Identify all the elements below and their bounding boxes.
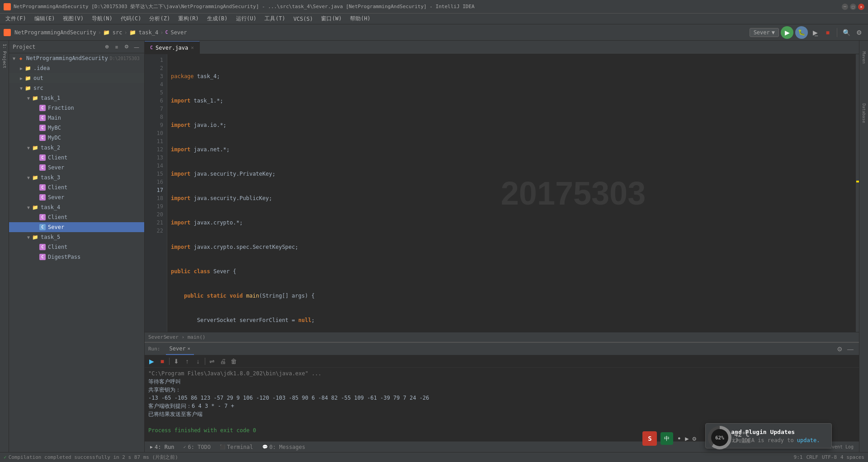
status-check-icon: ✓	[4, 454, 7, 460]
menu-item-h[interactable]: 帮助(H)	[346, 14, 374, 23]
next-output-btn[interactable]: ↓	[193, 356, 203, 366]
stop-run-btn[interactable]: ■	[157, 356, 167, 366]
tree-item-task5[interactable]: ▼ 📁 task_5	[9, 232, 144, 242]
project-panel-collapse-btn[interactable]: ≡	[113, 43, 121, 51]
debug-button[interactable]: 🐛	[795, 26, 808, 39]
tree-item-fraction[interactable]: ▶ C Fraction	[9, 103, 144, 113]
tree-label-task5: task_5	[41, 234, 60, 240]
maximize-button[interactable]: □	[850, 4, 856, 10]
bottom-tab-terminal[interactable]: ⬛ Terminal	[216, 443, 257, 451]
project-panel-icon[interactable]: 1: Project	[1, 42, 8, 70]
menu-item-u[interactable]: 运行(U)	[232, 14, 260, 23]
breadcrumb-src[interactable]: src	[113, 29, 123, 36]
menu-item-n[interactable]: 导航(N)	[88, 14, 116, 23]
stop-button[interactable]: ■	[822, 27, 833, 38]
menu-item-v[interactable]: 视图(V)	[59, 14, 87, 23]
breadcrumb-task4[interactable]: task_4	[139, 29, 158, 36]
menu-item-r[interactable]: 重构(R)	[175, 14, 203, 23]
tree-item-sever3[interactable]: ▶ C Sever	[9, 192, 144, 202]
tree-item-root[interactable]: ▼ ◈ NetProgrammingAndSecurity D:\2017530…	[9, 53, 144, 63]
tree-label-sever3: Sever	[48, 194, 64, 201]
tree-item-task2[interactable]: ▼ 📁 task_2	[9, 143, 144, 153]
run-settings-btn[interactable]: ⚙	[835, 344, 844, 354]
indent[interactable]: 4 spaces	[840, 454, 864, 460]
project-panel-title: Project	[13, 44, 36, 50]
line-ending[interactable]: CRLF	[806, 454, 818, 460]
code-content[interactable]: package task_4; import task_1.*; import …	[167, 54, 859, 332]
run-minimize-btn[interactable]: —	[845, 344, 855, 354]
menu-item-z[interactable]: 分析(Z)	[146, 14, 174, 23]
search-everywhere-button[interactable]: 🔍	[841, 27, 852, 38]
window-title: NetProgrammingAndSecurity [D:\20175303 柴…	[14, 3, 842, 10]
status-left: ✓ Compilation completed successfully in …	[4, 454, 790, 461]
rerun-btn[interactable]: ▶	[146, 356, 156, 366]
tree-item-client5[interactable]: ▶ C Client	[9, 242, 144, 252]
coverage-button[interactable]: ▶̲	[810, 27, 821, 38]
menu-item-b[interactable]: 生成(B)	[203, 14, 231, 23]
bottom-tab-messages[interactable]: 💬 0: Messages	[259, 443, 309, 451]
maven-panel-icon[interactable]: Maven	[859, 50, 868, 65]
client2-java-icon: C	[39, 154, 46, 161]
tree-item-sever2[interactable]: ▶ C Sever	[9, 163, 144, 173]
tree-item-digestpass[interactable]: ▶ C DigestPass	[9, 252, 144, 262]
project-panel-scope-btn[interactable]: ⊕	[103, 43, 111, 51]
task5-folder-icon: 📁	[32, 233, 39, 241]
input-chinese-icon[interactable]: 中	[660, 432, 673, 445]
tree-item-mydc[interactable]: ▶ C MyDC	[9, 133, 144, 143]
settings-button[interactable]: ⚙	[854, 27, 864, 38]
bottom-tab-run[interactable]: ▶ 4: Run	[146, 443, 178, 451]
run-tab-sever[interactable]: Sever ✕	[166, 343, 194, 355]
mybc-java-icon: C	[39, 124, 46, 131]
menu-item-e[interactable]: 编辑(E)	[31, 14, 59, 23]
input-method-icon[interactable]: S	[642, 431, 657, 446]
tree-item-client4[interactable]: ▶ C Client	[9, 212, 144, 222]
tree-item-mybc[interactable]: ▶ C MyBC	[9, 123, 144, 133]
tree-item-client3[interactable]: ▶ C Client	[9, 182, 144, 192]
menu-item-f[interactable]: 文件(F)	[2, 14, 30, 23]
prev-output-btn[interactable]: ↑	[182, 356, 192, 366]
minimize-button[interactable]: ─	[842, 4, 848, 10]
run-button[interactable]: ▶	[781, 26, 793, 39]
cpu-temp-display: 42°C CPU温度	[733, 431, 750, 444]
tray-settings-icon[interactable]: ⚙	[693, 435, 696, 442]
menu-item-c[interactable]: 代码(C)	[117, 14, 145, 23]
notification-update-link[interactable]: update.	[797, 437, 820, 443]
tab-close-btn[interactable]: ✕	[191, 45, 194, 51]
code-line-6: import java.security.PublicKey;	[171, 194, 855, 202]
out-folder-icon: 📁	[24, 75, 32, 82]
tree-item-main[interactable]: ▶ C Main	[9, 113, 144, 123]
run-tab-close[interactable]: ✕	[188, 346, 190, 351]
breadcrumb-project[interactable]: NetProgrammingAndSecurity	[14, 29, 96, 36]
breadcrumb-main-method: Sever › main()	[164, 334, 206, 340]
bottom-tab-todo[interactable]: ✓ 6: TODO	[179, 443, 214, 451]
print-btn[interactable]: 🖨	[218, 356, 228, 366]
run-config-selector[interactable]: Sever ▼	[750, 28, 779, 37]
clear-btn[interactable]: 🗑	[229, 356, 239, 366]
tree-item-sever4[interactable]: ▶ C Sever	[9, 222, 144, 232]
status-right: 9:1 CRLF UTF-8 4 spaces	[794, 454, 864, 460]
tree-item-task1[interactable]: ▼ 📁 task_1	[9, 93, 144, 103]
tree-item-out[interactable]: ▶ 📁 out	[9, 73, 144, 83]
menu-item-w[interactable]: 窗口(W)	[317, 14, 345, 23]
database-panel-icon[interactable]: Database	[859, 102, 868, 125]
menu-item-t[interactable]: 工具(T)	[261, 14, 289, 23]
tree-item-task4[interactable]: ▼ 📁 task_4	[9, 202, 144, 212]
tree-item-task3[interactable]: ▼ 📁 task_3	[9, 173, 144, 182]
soft-wrap-btn[interactable]: ⇌	[207, 356, 217, 366]
scroll-to-end-btn[interactable]: ⬇	[171, 356, 181, 366]
run-config-name: Sever	[754, 29, 770, 36]
close-button[interactable]: ✕	[858, 4, 864, 10]
tab-sever-java[interactable]: C Sever.java ✕	[145, 41, 200, 54]
cursor-position[interactable]: 9:1	[794, 454, 803, 460]
menu-item-vcss[interactable]: VCS(S)	[290, 15, 316, 23]
code-line-8: import javax.crypto.spec.SecretKeySpec;	[171, 243, 855, 251]
sever4-java-icon: C	[39, 224, 46, 231]
encoding[interactable]: UTF-8	[822, 454, 837, 460]
breadcrumb-sever[interactable]: Sever	[170, 29, 187, 36]
tree-item-client2[interactable]: ▶ C Client	[9, 153, 144, 163]
project-panel-settings-btn[interactable]: ⚙	[123, 43, 131, 51]
tree-item-src[interactable]: ▼ 📁 src	[9, 83, 144, 93]
tree-item-idea[interactable]: ▶ 📁 .idea	[9, 63, 144, 73]
tree-label-client4: Client	[48, 214, 67, 220]
project-panel-close-btn[interactable]: —	[132, 43, 141, 51]
